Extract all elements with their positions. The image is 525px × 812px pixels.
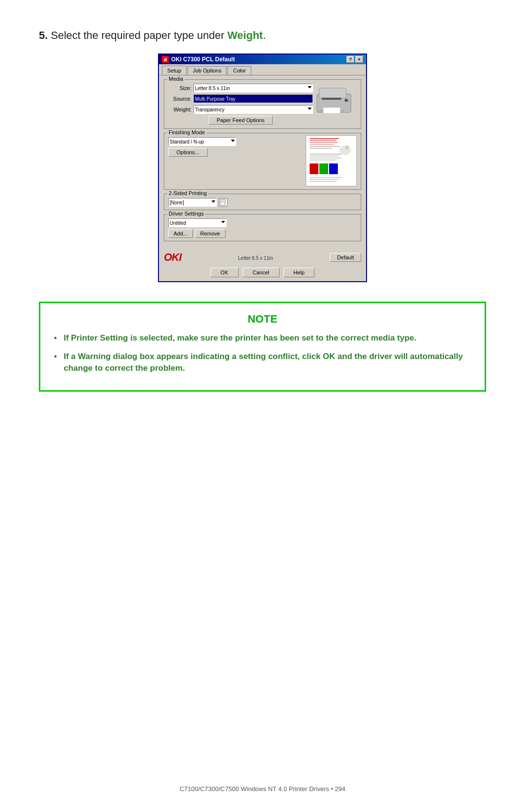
help-button[interactable]: Help (283, 268, 315, 277)
options-button[interactable]: Options... (168, 148, 208, 157)
source-row: Source: Multi Purpose Tray (168, 94, 313, 103)
ok-button[interactable]: OK (210, 268, 239, 277)
svg-rect-17 (319, 163, 328, 174)
size-label: Size: (168, 85, 192, 91)
media-layout: Size: Letter 8.5 x 11in Source: Multi Pu… (168, 82, 357, 126)
svg-rect-23 (310, 177, 341, 178)
dialog-body: Media Size: Letter 8.5 x 11in Source: (159, 75, 366, 249)
print-sample-preview (306, 135, 357, 186)
source-select[interactable]: Multi Purpose Tray (193, 94, 313, 103)
driver-settings-group: Driver Settings Untitled Add... Remove (164, 214, 361, 241)
weight-row: Weight: Transparency (168, 105, 313, 114)
weight-label: Weight (228, 29, 263, 41)
printer-icon-svg: 1 (315, 83, 356, 120)
note-title: NOTE (54, 313, 471, 325)
sample-preview-svg (307, 137, 356, 185)
finishing-layout: Standard / N-up Options... (168, 135, 357, 186)
default-button[interactable]: Default (330, 253, 361, 262)
driver-select[interactable]: Untitled (168, 218, 227, 227)
svg-rect-18 (329, 163, 338, 174)
svg-point-15 (345, 145, 349, 149)
svg-rect-4 (323, 108, 340, 113)
tab-setup[interactable]: Setup (162, 66, 187, 75)
svg-rect-22 (310, 160, 336, 161)
source-label: Source: (168, 96, 192, 102)
titlebar-controls: ? × (347, 56, 363, 63)
svg-rect-10 (310, 142, 338, 143)
page-orientation-icon (219, 198, 228, 207)
note-list: If Printer Setting is selected, make sur… (54, 332, 471, 374)
oki-logo: OKI (164, 251, 181, 264)
driver-layout: Untitled (168, 217, 357, 227)
close-title-btn[interactable]: × (355, 56, 363, 63)
help-title-btn[interactable]: ? (347, 56, 354, 63)
driver-buttons: Add... Remove (168, 229, 357, 238)
paper-size-label: Letter 8.5 x 11in (238, 255, 273, 261)
step-instruction: 5. Select the required paper type under … (39, 29, 486, 42)
svg-rect-20 (310, 156, 339, 157)
svg-rect-16 (310, 163, 318, 174)
svg-rect-2 (322, 98, 341, 100)
dialog-tabs: Setup Job Options Color (159, 64, 366, 75)
media-group: Media Size: Letter 8.5 x 11in Source: (164, 79, 361, 129)
dialog-window: 🖨 OKI C7300 PCL Default ? × Setup Job Op… (158, 54, 367, 282)
two-sided-group-label: 2-Sided Printing (167, 190, 208, 196)
instruction-text: Select the required paper type under (51, 29, 227, 41)
svg-rect-25 (310, 181, 336, 182)
paper-size-display: Letter 8.5 x 11in (238, 254, 273, 261)
dialog-titlebar: 🖨 OKI C7300 PCL Default ? × (159, 54, 366, 64)
svg-rect-9 (310, 140, 336, 141)
svg-rect-19 (310, 154, 341, 155)
svg-rect-24 (310, 179, 339, 180)
driver-settings-group-label: Driver Settings (167, 211, 205, 217)
svg-rect-21 (310, 158, 341, 159)
size-row: Size: Letter 8.5 x 11in (168, 84, 313, 92)
media-group-label: Media (167, 76, 185, 82)
page-icon-svg (220, 199, 227, 206)
svg-rect-1 (319, 88, 346, 98)
step-number: 5. (39, 29, 48, 41)
two-sided-group: 2-Sided Printing [None] (164, 194, 361, 210)
footer-text: C7100/C7300/C7500 Windows NT 4.0 Printer… (179, 785, 345, 793)
note-box: NOTE If Printer Setting is selected, mak… (39, 302, 486, 392)
svg-rect-12 (310, 146, 340, 147)
tab-job-options[interactable]: Job Options (188, 66, 227, 75)
tab-color[interactable]: Color (228, 66, 251, 75)
printer-preview: 1 (313, 82, 357, 121)
dialog-app-icon: 🖨 (162, 56, 169, 63)
note-item-1: If Printer Setting is selected, make sur… (54, 332, 471, 344)
paper-feed-options-button[interactable]: Paper Feed Options (209, 116, 273, 125)
svg-rect-8 (310, 138, 339, 139)
titlebar-left: 🖨 OKI C7300 PCL Default (162, 56, 235, 63)
svg-rect-13 (310, 148, 332, 149)
dialog-action-bar: OK Cancel Help (159, 266, 366, 281)
cancel-button[interactable]: Cancel (243, 268, 280, 277)
weight-label: Weight: (168, 107, 192, 112)
note-item-2: If a Warning dialog box appears indicati… (54, 351, 471, 374)
page-footer: C7100/C7300/C7500 Windows NT 4.0 Printer… (0, 785, 525, 793)
finishing-left: Standard / N-up Options... (168, 135, 306, 157)
svg-rect-11 (310, 144, 334, 145)
svg-rect-26 (220, 199, 225, 205)
remove-button[interactable]: Remove (195, 229, 226, 238)
add-button[interactable]: Add... (168, 229, 193, 238)
finishing-group-label: Finishing Mode (167, 129, 207, 135)
two-sided-layout: [None] (168, 196, 357, 207)
finishing-group: Finishing Mode Standard / N-up Options..… (164, 133, 361, 190)
dialog-bottom: OKI Letter 8.5 x 11in Default (159, 249, 366, 266)
dialog-wrapper: 🖨 OKI C7300 PCL Default ? × Setup Job Op… (39, 54, 486, 282)
period: . (263, 29, 266, 41)
media-fields: Size: Letter 8.5 x 11in Source: Multi Pu… (168, 82, 313, 126)
two-sided-select[interactable]: [None] (168, 198, 217, 207)
dialog-title: OKI C7300 PCL Default (171, 56, 235, 63)
finishing-select[interactable]: Standard / N-up (168, 137, 236, 146)
size-select[interactable]: Letter 8.5 x 11in (193, 84, 313, 92)
weight-select[interactable]: Transparency (193, 105, 313, 114)
